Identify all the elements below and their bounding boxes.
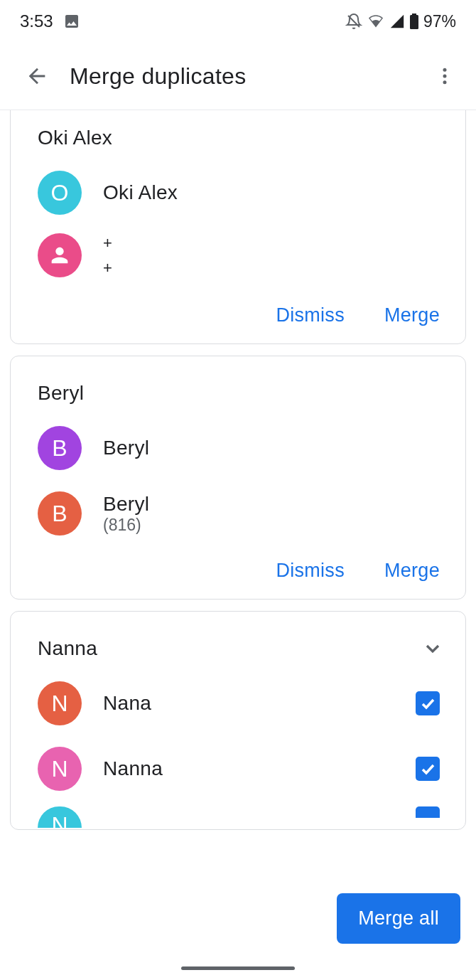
dnd-icon (345, 13, 362, 30)
contact-checkbox[interactable] (416, 691, 440, 715)
check-icon (419, 695, 436, 712)
page-title: Merge duplicates (70, 63, 428, 90)
avatar: O (38, 171, 82, 215)
check-icon (419, 760, 436, 777)
duplicate-group-card: Nanna N Nana N (10, 611, 466, 830)
duplicate-group-card: Beryl B Beryl B Beryl (816) (10, 356, 466, 600)
contact-row[interactable]: N Nana (38, 681, 444, 725)
contact-checkbox[interactable] (416, 757, 440, 781)
chevron-down-icon (421, 637, 444, 660)
contact-name: Beryl (103, 493, 444, 516)
group-title: Nanna (38, 637, 97, 660)
avatar: N (38, 747, 82, 791)
status-time: 3:53 (20, 11, 53, 31)
photo-notification-icon (63, 13, 80, 30)
duplicate-group-card: Oki Alex O Oki Alex + + (10, 110, 466, 344)
contact-row[interactable]: N Nanna (38, 747, 444, 791)
wifi-icon (367, 14, 385, 29)
svg-point-5 (443, 80, 447, 84)
contact-name: Beryl (103, 437, 444, 459)
merge-button[interactable]: Merge (384, 304, 440, 326)
merge-button[interactable]: Merge (384, 560, 440, 582)
contact-detail: + + (103, 230, 444, 280)
avatar (38, 233, 82, 277)
avatar: N (38, 806, 82, 828)
contact-row[interactable]: B Beryl (38, 426, 444, 470)
svg-point-3 (443, 68, 447, 72)
avatar: B (38, 426, 82, 470)
avatar: N (38, 681, 82, 725)
navigation-handle[interactable] (181, 966, 295, 970)
merge-all-button[interactable]: Merge all (337, 893, 460, 944)
person-icon (48, 243, 72, 267)
contact-checkbox[interactable] (416, 806, 440, 818)
bottom-bar: Merge all (0, 876, 476, 980)
expand-toggle[interactable] (421, 637, 444, 660)
contact-name: Oki Alex (103, 181, 444, 204)
dismiss-button[interactable]: Dismiss (276, 304, 345, 326)
battery-percent: 97% (423, 12, 456, 31)
svg-rect-2 (412, 14, 416, 16)
contact-row[interactable]: N (38, 806, 444, 829)
more-options-button[interactable] (428, 59, 462, 93)
svg-rect-1 (410, 15, 418, 29)
contact-name: Nanna (103, 757, 394, 780)
app-bar: Merge duplicates (0, 43, 476, 110)
contact-name: Nana (103, 692, 394, 715)
contact-detail: (816) (103, 516, 444, 535)
group-title: Beryl (38, 382, 84, 405)
battery-icon (409, 13, 419, 30)
svg-point-4 (443, 75, 447, 78)
contact-row[interactable]: + + (38, 230, 444, 280)
status-bar: 3:53 97% (0, 0, 476, 43)
contact-row[interactable]: O Oki Alex (38, 171, 444, 215)
back-button[interactable] (20, 59, 54, 93)
signal-icon (389, 14, 405, 29)
group-title: Oki Alex (38, 127, 112, 149)
avatar: B (38, 491, 82, 536)
dismiss-button[interactable]: Dismiss (276, 560, 345, 582)
contact-row[interactable]: B Beryl (816) (38, 491, 444, 536)
